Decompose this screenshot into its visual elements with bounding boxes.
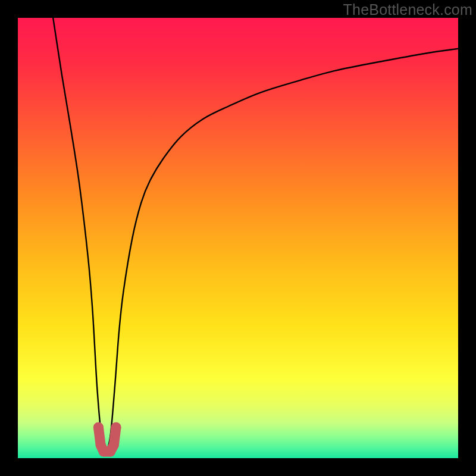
marker-right-marker-low xyxy=(109,440,119,450)
chart-frame xyxy=(18,18,458,458)
bottleneck-curve xyxy=(53,18,458,449)
marker-right-marker xyxy=(111,422,121,433)
notch-markers xyxy=(93,422,121,457)
watermark-text: TheBottleneck.com xyxy=(343,1,472,18)
chart-curve-layer xyxy=(18,18,458,458)
marker-left-marker xyxy=(93,422,104,433)
